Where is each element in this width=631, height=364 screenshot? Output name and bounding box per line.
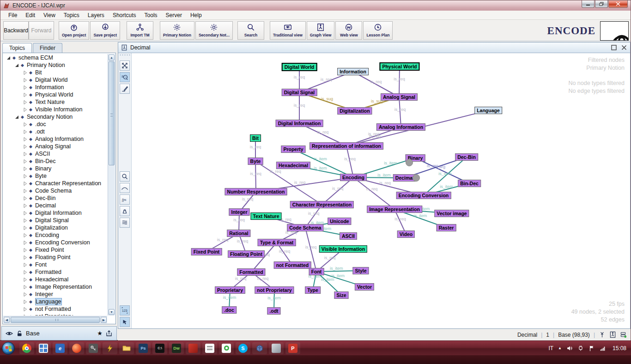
taskbar-app-silver-app[interactable] [269,342,284,354]
graph-node-hexadecimal[interactable]: Hexadecimal [276,162,310,169]
toolbar-search-button[interactable]: Search [237,21,264,40]
numbers-tool-button[interactable]: 123 [120,305,130,315]
graph-node-text-nature[interactable]: Text Nature [251,212,282,220]
tree-item-digital-information[interactable]: ◆Digital Information [3,209,107,217]
graph-node-bin-dec[interactable]: Bin-Dec [458,180,481,187]
close-view-icon[interactable] [621,44,627,51]
taskbar-app-chrome[interactable] [19,342,34,354]
menu-layers[interactable]: Layers [84,11,109,19]
tree-hscroll-thumb[interactable] [11,317,100,323]
star-icon[interactable]: ★ [97,330,103,337]
weight-tool-button[interactable] [120,206,130,216]
taskbar-app-red-app[interactable] [186,342,200,354]
tree-item-binary[interactable]: ◆Binary [3,165,107,172]
graph-node-floating-point[interactable]: Floating Point [228,250,265,258]
graph-node-digital-information[interactable]: Digital Information [276,120,323,127]
tree-item-code-schema[interactable]: ◆Code Schema [3,187,107,194]
tree-collapsed-icon[interactable] [23,174,28,179]
graph-node-code-schema[interactable]: Code Schema [287,224,323,231]
network-signal-icon[interactable] [600,345,606,352]
tree-collapsed-icon[interactable] [23,203,28,208]
taskbar-app-presentation-app[interactable]: P [285,342,300,354]
graph-node-not-proprietary[interactable]: not Proprietary [255,286,294,294]
fps-tool-button[interactable]: fps [120,194,130,205]
tree-collapsed-icon[interactable] [23,262,28,267]
tree-item-dec-bin[interactable]: ◆Dec-Bin [3,194,107,202]
map-view-header[interactable]: Decimal [118,42,630,53]
graph-node-size[interactable]: Size [334,291,348,299]
tree-item-font[interactable]: ◆Font [3,261,107,268]
tree-item-not-formatted[interactable]: ◆not Formatted [3,305,107,313]
graph-node-unicode[interactable]: Unicode [328,218,351,225]
graph-node-rational[interactable]: Rational [227,230,250,237]
graph-node-digitalization[interactable]: Digitalization [337,107,372,115]
taskbar-app-opera[interactable] [69,342,84,354]
close-button[interactable] [608,0,628,8]
tree-collapsed-icon[interactable] [23,285,28,290]
scroll-right-icon[interactable]: ▶ [101,317,107,323]
server-status-icon[interactable] [620,331,627,338]
tree-collapsed-icon[interactable] [23,314,28,316]
graph-view-icon[interactable] [609,331,616,338]
fit-view-button[interactable] [120,61,130,71]
tree-collapsed-icon[interactable] [23,137,28,142]
tree-item-visible-information[interactable]: ◆Visible Information [3,106,107,113]
semantic-lens-button[interactable] [120,72,130,82]
graph-node-byte[interactable]: Byte [248,158,263,165]
graph-node-fixed-point[interactable]: Fixed Point [191,248,222,255]
antenna-icon[interactable] [599,331,606,338]
graph-node-analog-signal[interactable]: Analog Signal [381,93,418,101]
zoom-tool-button[interactable] [120,171,130,182]
tree-item-ascii[interactable]: ◆ASCII [3,150,107,158]
tree-item-image-representation[interactable]: ◆Image Representation [3,283,107,291]
graph-node-image-representation[interactable]: Image Representation [367,206,422,213]
graph-node-ascii[interactable]: ASCII [340,232,357,240]
tree-item--doc[interactable]: ◆.doc [3,121,107,128]
tree-item-digitalization[interactable]: ◆Digitalization [3,224,107,231]
tree-collapsed-icon[interactable] [23,270,28,275]
tree-item-character-representation[interactable]: ◆Character Representation [3,180,107,187]
taskbar-app-photoshop[interactable]: Ps [136,342,151,354]
tree-item-analog-signal[interactable]: ◆Analog Signal [3,143,107,150]
volume-icon[interactable] [566,345,573,352]
menu-help[interactable]: Help [186,11,206,19]
graph-node-visible-information[interactable]: Visible Information [319,245,367,253]
tree-collapsed-icon[interactable] [23,122,28,127]
tree-collapsed-icon[interactable] [23,225,28,231]
tree-item-fixed-point[interactable]: ◆Fixed Point [3,246,107,254]
tree-collapsed-icon[interactable] [23,255,28,260]
tree-collapsed-icon[interactable] [23,233,28,238]
graph-node-font[interactable]: Font [309,268,324,275]
tree-item-schema-ecm[interactable]: ◆schema ECM [3,54,107,61]
taskbar-app-skype[interactable]: S [236,342,250,354]
tree-collapsed-icon[interactable] [23,188,28,194]
curve-tool-button[interactable] [120,183,130,193]
lock-icon[interactable] [16,330,23,337]
tree-collapsed-icon[interactable] [23,85,28,90]
graph-node-property[interactable]: Property [281,146,305,153]
tree-vertical-scrollbar[interactable]: ▲ ▼ [108,54,115,315]
menu-tools[interactable]: Tools [140,11,162,19]
tree-collapsed-icon[interactable] [23,100,28,105]
tree-collapsed-icon[interactable] [23,299,28,304]
action-center-flag-icon[interactable] [589,345,595,352]
scroll-left-icon[interactable]: ◀ [4,317,10,323]
maximize-view-icon[interactable] [611,44,617,51]
graph-node-language[interactable]: Language [474,107,502,114]
tree-item-hexadecimal[interactable]: ◆Hexadecimal [3,276,107,283]
clock[interactable]: 15:08 [613,345,626,352]
toolbar-web-view-button[interactable]: Web view [335,21,362,40]
tree-item-encoding-conversion[interactable]: ◆Encoding Conversion [3,239,107,246]
graph-node-encoding-conversion[interactable]: Encoding Conversion [396,192,451,199]
taskbar-app-grid-launcher[interactable] [36,342,51,354]
graph-node-proprietary[interactable]: Proprietary [215,286,245,294]
forward-button[interactable]: Forward [29,21,54,40]
tree-item-digital-world[interactable]: ◆Digital World [3,76,107,84]
scroll-up-icon[interactable]: ▲ [109,55,115,61]
tree-collapsed-icon[interactable] [23,92,28,97]
menu-file[interactable]: File [4,11,21,19]
graph-node-vector[interactable]: Vector [355,283,374,291]
graph-node-doc[interactable]: .doc [222,306,237,314]
tree-item-bin-dec[interactable]: ◆Bin-Dec [3,158,107,165]
graph-node-analog-information[interactable]: Analog Information [376,123,425,131]
